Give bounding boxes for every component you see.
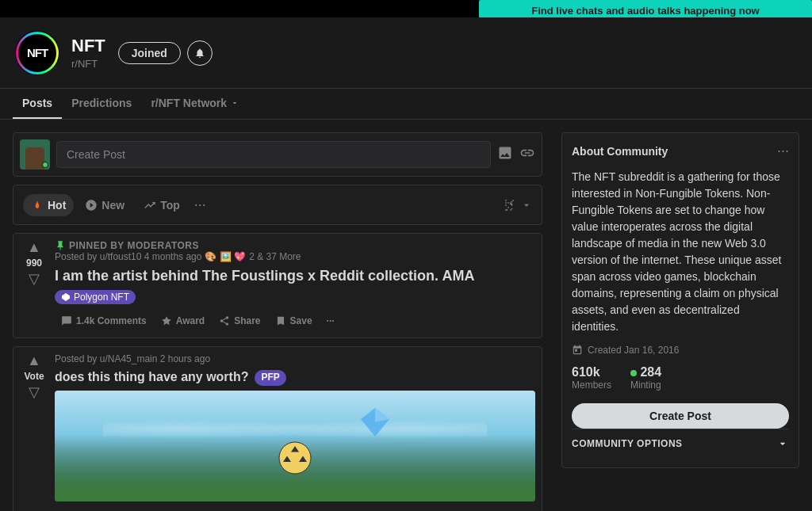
main-layout: Create Post Hot New Top (0, 120, 812, 511)
sort-new[interactable]: New (77, 194, 132, 216)
members-stat: 610k Members (572, 365, 611, 391)
feed-column: Create Post Hot New Top (13, 132, 542, 511)
post-title: I am the artist behind The Foustlings x … (55, 267, 535, 285)
hot-icon (31, 199, 44, 212)
subreddit-nav: Posts Predictions r/NFT Network (0, 89, 812, 120)
vote-column-2: ▲ Vote ▽ (20, 353, 48, 508)
post-actions: 1.4k Comments Award Share Save ··· (55, 311, 535, 331)
create-post-icons (497, 145, 535, 165)
pin-icon (55, 240, 66, 251)
subreddit-logo: NFT (13, 29, 62, 78)
pfp-flair: PFP (255, 370, 285, 386)
polygon-icon (61, 292, 71, 302)
post-meta-2: Posted by u/NA45_main 2 hours ago (55, 353, 535, 364)
comments-label: 1.4k Comments (76, 315, 147, 326)
user-avatar (20, 139, 50, 170)
second-post: ▲ Vote ▽ Posted by u/NA45_main 2 hours a… (13, 346, 542, 511)
comments-button[interactable]: 1.4k Comments (55, 311, 153, 331)
post-title-2: does this thing have any worth? PFP (55, 369, 535, 386)
vote-column: ▲ 990 ▽ (20, 240, 48, 331)
upvote-arrow[interactable]: ▲ (27, 240, 41, 254)
post-more-options[interactable]: ··· (320, 311, 341, 331)
sidebar-create-post-button[interactable]: Create Post (572, 403, 789, 429)
vote-label: Vote (24, 371, 44, 382)
post-content: PINNED BY MODERATORS Posted by u/tfoust1… (55, 240, 535, 331)
calendar-icon (572, 345, 583, 356)
sort-bar: Hot New Top ··· (13, 185, 542, 225)
community-options-toggle[interactable]: COMMUNITY OPTIONS (572, 429, 789, 458)
tab-network[interactable]: r/NFT Network (141, 89, 249, 119)
sort-hot[interactable]: Hot (23, 194, 74, 216)
save-label: Save (290, 315, 312, 326)
created-date: Created Jan 16, 2016 (572, 345, 789, 356)
members-count: 610k (572, 365, 611, 379)
header-actions: Joined (118, 40, 213, 66)
view-chevron-icon (521, 200, 532, 211)
save-button[interactable]: Save (269, 311, 319, 331)
soccer-ball-icon (275, 438, 315, 478)
sort-top[interactable]: Top (136, 194, 188, 216)
post-flair: Polygon NFT (55, 290, 136, 304)
subreddit-header: NFT NFT r/NFT Joined (0, 17, 812, 89)
online-count: 284 (630, 365, 661, 379)
award-label: Award (176, 315, 205, 326)
new-sort-icon (85, 199, 98, 212)
dropdown-chevron-icon (230, 98, 239, 108)
live-banner-text: Find live chats and audio talks happenin… (531, 5, 759, 17)
community-options-chevron-icon (776, 437, 789, 450)
award-icon (161, 315, 172, 326)
online-label: Minting (630, 379, 661, 391)
post-image (55, 391, 535, 501)
share-label: Share (234, 315, 260, 326)
community-options-label: COMMUNITY OPTIONS (572, 438, 683, 449)
top-sort-icon (144, 199, 156, 212)
comment-icon (61, 315, 72, 326)
sidebar-header: About Community ··· (572, 143, 789, 159)
online-stat: 284 Minting (630, 365, 661, 391)
avatar-figure (25, 147, 44, 170)
pinned-badge: PINNED BY MODERATORS (55, 240, 535, 251)
save-icon (275, 315, 286, 326)
online-indicator (42, 162, 48, 168)
image-upload-icon[interactable] (497, 145, 513, 165)
bell-icon (194, 48, 205, 59)
link-icon[interactable] (519, 145, 535, 165)
share-button[interactable]: Share (213, 311, 266, 331)
create-post-input[interactable]: Create Post (56, 141, 491, 168)
subreddit-title: NFT (71, 36, 105, 56)
sidebar-title: About Community (572, 145, 668, 158)
upvote-arrow-2[interactable]: ▲ (27, 353, 41, 368)
create-post-box: Create Post (13, 132, 542, 177)
tab-predictions[interactable]: Predictions (62, 89, 141, 119)
members-label: Members (572, 379, 611, 391)
post-meta: Posted by u/tfoust10 4 months ago 🎨 🖼️ 💖… (55, 251, 535, 262)
svg-marker-0 (62, 293, 70, 301)
post-content-2: Posted by u/NA45_main 2 hours ago does t… (55, 353, 535, 508)
award-button[interactable]: Award (155, 311, 211, 331)
downvote-arrow-2[interactable]: ▽ (29, 385, 40, 399)
share-icon (219, 315, 230, 326)
tab-posts[interactable]: Posts (13, 89, 62, 119)
sidebar: About Community ··· The NFT subreddit is… (561, 132, 799, 511)
about-community-card: About Community ··· The NFT subreddit is… (561, 132, 799, 468)
created-text: Created Jan 16, 2016 (588, 345, 679, 356)
joined-button[interactable]: Joined (118, 42, 181, 64)
sort-more-options[interactable]: ··· (191, 192, 209, 218)
online-dot (630, 370, 637, 376)
community-stats: 610k Members 284 Minting (572, 365, 789, 391)
subreddit-info: NFT r/NFT (71, 36, 105, 70)
downvote-arrow[interactable]: ▽ (29, 272, 40, 286)
subreddit-display: r/NFT (71, 58, 105, 70)
sidebar-more-options[interactable]: ··· (777, 143, 789, 159)
gem-icon (359, 406, 391, 438)
notification-bell[interactable] (187, 40, 213, 66)
pinned-post: ▲ 990 ▽ PINNED BY MODERATORS Posted by u… (13, 233, 542, 338)
view-toggle[interactable] (504, 198, 532, 212)
nft-logo: NFT (16, 32, 59, 74)
community-description: The NFT subreddit is a gathering for tho… (572, 169, 789, 335)
view-layout-icon (504, 198, 518, 212)
vote-count: 990 (26, 257, 42, 269)
